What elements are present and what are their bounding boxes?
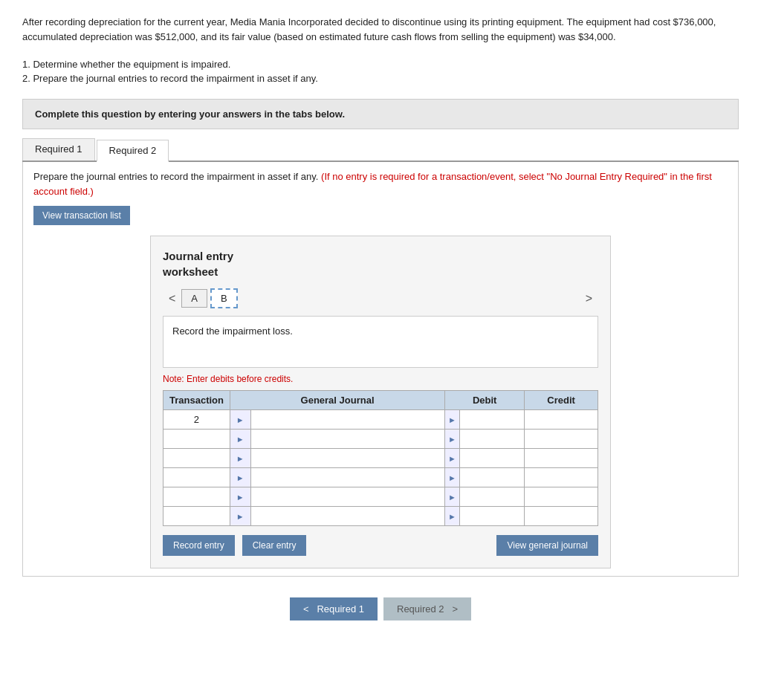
general-journal-input-2[interactable] <box>250 430 444 449</box>
journal-table: Transaction General Journal Debit Credit… <box>163 390 598 526</box>
arrow-debit-2: ► <box>445 430 460 449</box>
credit-field-1[interactable] <box>529 414 593 425</box>
table-row: ► ► <box>163 507 598 526</box>
bottom-required1-button[interactable]: < Required 1 <box>290 597 378 620</box>
general-journal-field-3[interactable] <box>256 453 440 464</box>
instruction-box: Complete this question by entering your … <box>22 99 739 129</box>
transaction-num-6 <box>163 507 230 526</box>
table-row: ► ► <box>163 430 598 449</box>
general-journal-field-4[interactable] <box>256 472 440 483</box>
arrow-4: ► <box>230 468 250 487</box>
arrow-debit-5: ► <box>445 487 460 507</box>
credit-field-5[interactable] <box>529 491 593 502</box>
debit-input-4[interactable] <box>459 468 524 487</box>
credit-input-5[interactable] <box>525 487 598 507</box>
arrow-debit-1: ► <box>445 410 460 430</box>
nav-row: < A B > <box>163 288 598 308</box>
general-journal-field-1[interactable] <box>256 414 440 425</box>
entry-tabs: A B <box>181 288 237 308</box>
credit-field-6[interactable] <box>529 511 593 522</box>
general-journal-input-1[interactable] <box>250 410 444 430</box>
col-header-general-journal: General Journal <box>230 391 444 410</box>
debit-input-3[interactable] <box>459 449 524 468</box>
journal-worksheet: Journal entryworksheet < A B > Record th… <box>150 236 611 568</box>
journal-title: Journal entryworksheet <box>163 248 598 279</box>
arrow-debit-3: ► <box>445 449 460 468</box>
bottom-required2-label: Required 2 <box>397 603 444 615</box>
bottom-required2-suffix: > <box>452 603 458 615</box>
bottom-required2-button[interactable]: Required 2 > <box>383 597 471 620</box>
clear-entry-button[interactable]: Clear entry <box>242 535 307 556</box>
tab-instruction: Prepare the journal entries to record th… <box>33 169 728 198</box>
transaction-num-2 <box>163 430 230 449</box>
credit-field-3[interactable] <box>529 453 593 464</box>
nav-left-arrow[interactable]: < <box>163 291 181 307</box>
entry-tab-b[interactable]: B <box>210 288 238 308</box>
description-text: Record the impairment loss. <box>172 325 293 337</box>
debit-input-1[interactable] <box>459 410 524 430</box>
col-header-debit: Debit <box>445 391 525 410</box>
bottom-required1-prefix: < <box>303 603 309 615</box>
transaction-num-5 <box>163 487 230 507</box>
table-row: ► ► <box>163 487 598 507</box>
credit-input-4[interactable] <box>525 468 598 487</box>
transaction-num-3 <box>163 449 230 468</box>
credit-input-1[interactable] <box>525 410 598 430</box>
table-row: 2 ► ► <box>163 410 598 430</box>
debit-field-1[interactable] <box>464 414 519 425</box>
note-text: Note: Enter debits before credits. <box>163 374 598 384</box>
debit-field-6[interactable] <box>464 511 519 522</box>
credit-field-4[interactable] <box>529 472 593 483</box>
arrow-2: ► <box>230 430 250 449</box>
col-header-credit: Credit <box>525 391 598 410</box>
intro-paragraph: After recording depreciation for the cur… <box>22 15 739 44</box>
arrow-debit-4: ► <box>445 468 460 487</box>
credit-input-2[interactable] <box>525 430 598 449</box>
entry-tab-a[interactable]: A <box>181 289 207 308</box>
debit-field-2[interactable] <box>464 433 519 444</box>
arrow-debit-6: ► <box>445 507 460 526</box>
tab-content: Prepare the journal entries to record th… <box>22 162 739 577</box>
general-journal-field-5[interactable] <box>256 491 440 502</box>
general-journal-input-4[interactable] <box>250 468 444 487</box>
table-row: ► ► <box>163 468 598 487</box>
arrow-1: ► <box>230 410 250 430</box>
buttons-row: Record entry Clear entry View general jo… <box>163 535 598 556</box>
description-box: Record the impairment loss. <box>163 316 598 368</box>
instruction-box-text: Complete this question by entering your … <box>35 108 345 120</box>
general-journal-field-2[interactable] <box>256 433 440 444</box>
general-journal-input-3[interactable] <box>250 449 444 468</box>
debit-field-4[interactable] <box>464 472 519 483</box>
debit-field-5[interactable] <box>464 491 519 502</box>
debit-field-3[interactable] <box>464 453 519 464</box>
credit-input-6[interactable] <box>525 507 598 526</box>
view-general-journal-button[interactable]: View general journal <box>496 535 598 556</box>
arrow-6: ► <box>230 507 250 526</box>
instruction-black-text: Prepare the journal entries to record th… <box>33 171 318 182</box>
tab-required1[interactable]: Required 1 <box>22 138 95 161</box>
debit-input-2[interactable] <box>459 430 524 449</box>
col-header-transaction: Transaction <box>163 391 230 410</box>
debit-input-6[interactable] <box>459 507 524 526</box>
bottom-nav: < Required 1 Required 2 > <box>22 597 739 620</box>
arrow-5: ► <box>230 487 250 507</box>
step1-text: 1. Determine whether the equipment is im… <box>22 59 739 70</box>
tab-required2[interactable]: Required 2 <box>97 140 169 162</box>
general-journal-input-6[interactable] <box>250 507 444 526</box>
credit-input-3[interactable] <box>525 449 598 468</box>
step2-text: 2. Prepare the journal entries to record… <box>22 73 739 84</box>
credit-field-2[interactable] <box>529 433 593 444</box>
debit-input-5[interactable] <box>459 487 524 507</box>
transaction-num-1: 2 <box>163 410 230 430</box>
table-row: ► ► <box>163 449 598 468</box>
record-entry-button[interactable]: Record entry <box>163 535 235 556</box>
nav-right-arrow[interactable]: > <box>580 291 598 307</box>
bottom-required1-label: Required 1 <box>317 603 364 615</box>
general-journal-input-5[interactable] <box>250 487 444 507</box>
tabs-container: Required 1 Required 2 <box>22 138 739 162</box>
transaction-num-4 <box>163 468 230 487</box>
general-journal-field-6[interactable] <box>256 511 440 522</box>
arrow-3: ► <box>230 449 250 468</box>
view-transaction-button[interactable]: View transaction list <box>33 206 130 225</box>
